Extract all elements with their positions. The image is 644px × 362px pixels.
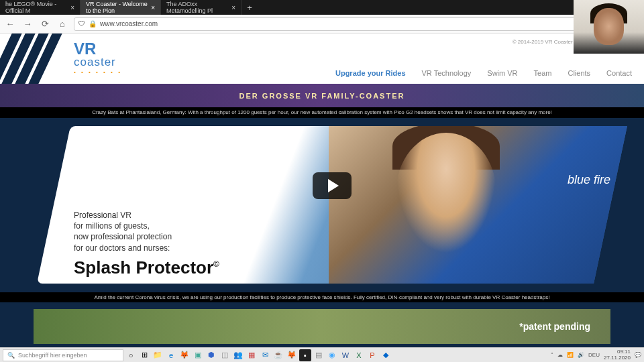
nav-contact[interactable]: Contact [606,69,632,77]
app-icon[interactable]: ◆ [380,349,392,361]
crazy-bats-caption: Crazy Bats at Phantasialand, Germany: Wi… [0,107,644,118]
new-tab-button[interactable]: + [241,0,258,15]
word-icon[interactable]: W [339,349,352,361]
lock-icon: 🔒 [89,20,97,27]
close-icon[interactable]: × [70,4,74,11]
forward-button[interactable]: → [21,18,34,30]
crazy-bats-banner[interactable]: DER GROSSE VR FAMILY-COASTER [0,84,644,107]
powerpoint-icon[interactable]: P [366,349,378,361]
clock-date: 27.11.2020 [604,355,631,361]
tab-label: The ADOxx Metamodelling Pl [166,1,229,14]
splash-card: blue fire Professional VR for millions o… [37,126,627,284]
patent-banner[interactable]: *patent pending [34,309,610,344]
splash-line: now professional protection [74,232,610,243]
splash-intro-text: Professional VR for millions of guests, … [74,210,610,280]
main-navigation: Upgrade your Rides VR Technology Swim VR… [335,69,632,77]
system-tray: ˄ ☁ 📶 🔊 DEU 09:11 27.11.2020 💬 [551,349,641,361]
app-icon[interactable]: ▣ [192,349,204,361]
splash-line: Professional VR [74,210,610,221]
outlook-icon[interactable]: ✉ [259,349,271,361]
app-icon[interactable]: ◉ [326,349,338,361]
windows-taskbar: 🔍 Suchbegriff hier eingeben ○ ⊞ 📁 e 🦊 ▣ … [0,347,644,362]
app-icon[interactable]: ▦ [246,349,258,361]
notifications-icon[interactable]: 💬 [635,352,641,358]
webcam-overlay [574,0,644,54]
play-button[interactable] [313,173,352,200]
shield-icon: 🛡 [78,20,85,27]
nav-upgrade-rides[interactable]: Upgrade your Rides [335,69,406,77]
terminal-icon[interactable]: ▪ [299,349,311,361]
tab-vrcoaster[interactable]: VR Coaster - Welcome to the Pion× [80,0,161,15]
vrcoaster-logo[interactable]: VR coaster • • • • • • • [74,42,122,75]
teams-icon[interactable]: 👥 [232,349,244,361]
logo-vr-text: VR [74,40,96,58]
splash-protector-section: blue fire Professional VR for millions o… [0,118,644,292]
nav-team[interactable]: Team [534,69,552,77]
nav-vr-technology[interactable]: VR Technology [422,69,472,77]
tray-network-icon[interactable]: 📶 [567,352,574,358]
taskbar-search[interactable]: 🔍 Suchbegriff hier eingeben [3,349,123,361]
close-icon[interactable]: × [151,4,155,11]
edge-icon[interactable]: e [165,349,177,361]
reload-button[interactable]: ⟳ [39,18,51,30]
tray-cloud-icon[interactable]: ☁ [557,352,563,358]
excel-icon[interactable]: X [353,349,365,361]
firefox-icon[interactable]: 🦊 [286,349,298,361]
home-button[interactable]: ⌂ [56,18,68,30]
task-view-icon[interactable]: ⊞ [138,349,150,361]
search-icon: 🔍 [7,352,15,359]
explorer-icon[interactable]: 📁 [152,349,164,361]
splash-line: for our doctors and nurses: [74,243,610,253]
nav-swim-vr[interactable]: Swim VR [487,69,517,77]
browser-tab-bar: he LEGO® Movie - Official M× VR Coaster … [0,0,644,15]
app-icon[interactable]: ☕ [272,349,284,361]
tray-language[interactable]: DEU [588,352,600,358]
webcam-face [594,8,624,45]
app-icon[interactable]: ◫ [219,349,231,361]
nav-clients[interactable]: Clients [568,69,590,77]
tab-label: he LEGO® Movie - Official M [5,1,68,14]
url-text: www.vrcoaster.com [100,20,158,27]
tab-lego[interactable]: he LEGO® Movie - Official M× [0,0,80,15]
logo-coaster-text: coaster [74,56,122,69]
close-icon[interactable]: × [231,4,235,11]
browser-toolbar: ← → ⟳ ⌂ 🛡 🔒 www.vrcoaster.com ••• ▣ ☆ [0,15,644,34]
url-bar[interactable]: 🛡 🔒 www.vrcoaster.com ••• ▣ ☆ [74,17,640,31]
patent-pending-text: *patent pending [519,321,590,332]
page-content: VR coaster • • • • • • • © 2014-2019 VR … [0,34,644,349]
splash-caption: Amid the current Corona virus crisis, we… [0,292,644,302]
header-slashes-decoration [0,34,64,84]
site-header: VR coaster • • • • • • • © 2014-2019 VR … [0,34,644,84]
tray-volume-icon[interactable]: 🔊 [578,352,584,358]
firefox-icon[interactable]: 🦊 [178,349,191,361]
app-icon[interactable]: ▤ [313,349,325,361]
tray-clock[interactable]: 09:11 27.11.2020 [604,349,631,361]
tray-chevron-icon[interactable]: ˄ [551,352,553,358]
tab-label: VR Coaster - Welcome to the Pion [86,1,148,14]
search-placeholder: Suchbegriff hier eingeben [18,352,87,359]
tab-adoxx[interactable]: The ADOxx Metamodelling Pl× [161,0,241,15]
logo-dots: • • • • • • • [74,69,122,75]
splash-title: Splash Protector© [74,256,610,280]
splash-line: for millions of guests, [74,221,610,232]
cortana-icon[interactable]: ○ [125,349,137,361]
back-button[interactable]: ← [4,18,16,30]
banner-tagline: DER GROSSE VR FAMILY-COASTER [239,92,405,100]
app-icon[interactable]: ⬢ [205,349,217,361]
